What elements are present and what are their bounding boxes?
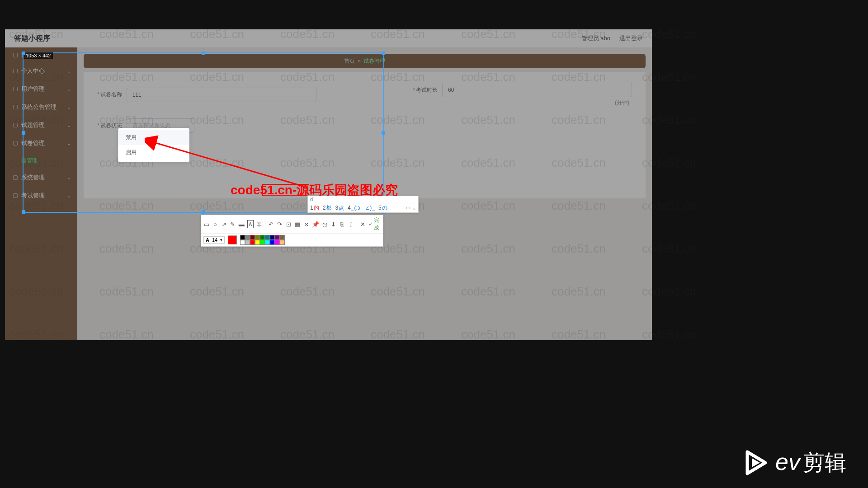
ev-logo: ev 剪辑 <box>744 448 846 477</box>
tool-redo-icon[interactable]: ↷ <box>277 220 283 228</box>
tool-circle-icon[interactable]: ○ <box>212 220 218 228</box>
sidebar-item-announcement[interactable]: 系统公告管理 ⌄ <box>5 98 77 116</box>
font-size-value: 14 <box>212 237 217 243</box>
font-size-selector[interactable]: A 14 ▾ <box>203 236 225 244</box>
tool-download-icon[interactable]: ⬇ <box>330 220 336 228</box>
color-swatch[interactable] <box>270 235 275 240</box>
color-swatch[interactable] <box>250 235 255 240</box>
ime-candidate-5[interactable]: 5の <box>378 204 387 212</box>
check-icon: ✓ <box>368 221 373 227</box>
toolbar-row-tools: ▭ ○ ↗ ✎ ▬ A ① ↶ ↷ ⊡ ▦ ⤨ 📌 ◷ ⬇ ⎘ ▯ ✕ ✓完成 <box>201 215 383 234</box>
sidebar-item-users[interactable]: 用户管理 ⌄ <box>5 80 77 98</box>
color-swatch[interactable] <box>245 235 250 240</box>
color-swatch[interactable] <box>240 240 245 245</box>
tool-shuffle-icon[interactable]: ⤨ <box>303 220 309 228</box>
sidebar-item-papers[interactable]: 试卷管理 ⌄ <box>5 134 77 152</box>
tool-pin-icon[interactable]: 📌 <box>312 220 319 228</box>
tool-undo-icon[interactable]: ↶ <box>268 220 274 228</box>
sidebar-item-system[interactable]: 系统管理 ⌄ <box>5 169 77 187</box>
tool-number-icon[interactable]: ① <box>256 220 262 228</box>
ime-candidate-4[interactable]: 4_(:з」∠)_ <box>348 204 375 212</box>
tool-cancel-icon[interactable]: ✕ <box>360 220 366 228</box>
tool-pen-icon[interactable]: ✎ <box>230 220 236 228</box>
ime-candidate-1[interactable]: 1的 <box>310 204 319 212</box>
admin-label[interactable]: 管理员 abo <box>581 34 610 42</box>
ime-next-icon: › <box>409 206 410 211</box>
separator <box>265 221 265 228</box>
sidebar-item-questions[interactable]: 试题管理 ⌄ <box>5 116 77 134</box>
menu-icon <box>13 141 18 145</box>
chevron-down-icon: ⌄ <box>67 122 71 128</box>
menu-icon <box>13 123 18 127</box>
chevron-down-icon: ⌄ <box>186 123 189 128</box>
color-swatch[interactable] <box>260 240 265 245</box>
chevron-down-icon: ⌄ <box>67 193 71 199</box>
current-color-swatch <box>228 235 237 244</box>
menu-icon <box>13 69 18 73</box>
toolbar-row-style: A 14 ▾ <box>201 234 383 246</box>
logout-link[interactable]: 退出登录 <box>619 34 643 42</box>
color-swatch[interactable] <box>280 235 285 240</box>
sidebar-item-label: 个人中心 <box>21 67 67 75</box>
tool-arrow-icon[interactable]: ↗ <box>221 220 227 228</box>
menu-icon <box>13 53 18 57</box>
color-swatch[interactable] <box>240 235 245 240</box>
sidebar-item-home[interactable]: 首页 <box>5 48 77 62</box>
ime-candidate-bar: d 1的 2都 3点 4_(:з」∠)_ 5の ‹›⌄ <box>307 196 419 213</box>
color-swatch[interactable] <box>260 235 265 240</box>
breadcrumb-current: 试卷管理 <box>363 57 385 65</box>
tool-mosaic-icon[interactable]: ▦ <box>294 220 300 228</box>
color-swatch[interactable] <box>275 240 280 245</box>
ev-brand-text: ev 剪辑 <box>775 448 846 477</box>
color-swatch[interactable] <box>270 240 275 245</box>
color-swatch[interactable] <box>265 240 270 245</box>
ime-candidates: 1的 2都 3点 4_(:з」∠)_ 5の ‹›⌄ <box>308 203 418 213</box>
breadcrumb: 首页 » 试卷管理 <box>84 54 646 68</box>
tool-done-button[interactable]: ✓完成 <box>368 216 381 232</box>
menu-icon <box>13 105 18 109</box>
sidebar-item-label: 用户管理 <box>21 85 67 93</box>
color-swatch[interactable] <box>255 240 260 245</box>
chevron-down-icon: ⌄ <box>67 175 71 181</box>
tool-rect-icon[interactable]: ▭ <box>203 220 209 228</box>
sidebar-item-profile[interactable]: 个人中心 ⌄ <box>5 62 77 80</box>
input-paper-name[interactable] <box>127 88 316 102</box>
menu-icon <box>13 175 18 180</box>
annotation-toolbar: ▭ ○ ↗ ✎ ▬ A ① ↶ ↷ ⊡ ▦ ⤨ 📌 ◷ ⬇ ⎘ ▯ ✕ ✓完成 … <box>201 215 383 247</box>
breadcrumb-home[interactable]: 首页 <box>344 57 355 65</box>
color-palette <box>240 235 285 245</box>
color-swatch[interactable] <box>280 240 285 245</box>
status-dropdown: 禁用 启用 <box>118 128 189 162</box>
ime-candidate-2[interactable]: 2都 <box>323 204 332 212</box>
ime-nav[interactable]: ‹›⌄ <box>406 206 416 211</box>
dropdown-option-disable[interactable]: 禁用 <box>118 130 189 145</box>
chevron-down-icon: ⌄ <box>67 68 71 74</box>
color-swatch[interactable] <box>255 235 260 240</box>
ime-input: d <box>308 196 418 203</box>
menu-icon <box>13 193 18 198</box>
tool-marker-icon[interactable]: ▬ <box>239 220 245 228</box>
font-label: A <box>206 237 209 243</box>
dropdown-option-enable[interactable]: 启用 <box>118 145 189 160</box>
color-swatch[interactable] <box>275 235 280 240</box>
color-swatch[interactable] <box>245 240 250 245</box>
separator <box>357 221 357 228</box>
tool-clock-icon[interactable]: ◷ <box>322 220 328 228</box>
field-paper-name: *试卷名称 <box>97 83 316 107</box>
tool-crop-icon[interactable]: ⊡ <box>286 220 292 228</box>
ime-prev-icon: ‹ <box>406 206 407 211</box>
tool-copy-icon[interactable]: ⎘ <box>340 220 345 228</box>
ime-candidate-3[interactable]: 3点 <box>335 204 344 212</box>
tool-text-icon[interactable]: A <box>247 220 254 228</box>
form-card: *试卷名称 *考试时长 (分钟) *试卷状态 <box>84 72 646 198</box>
color-swatch[interactable] <box>250 240 255 245</box>
chevron-down-icon: ⌄ <box>67 141 71 146</box>
sidebar-item-exam[interactable]: 考试管理 ⌄ <box>5 187 77 205</box>
color-swatch[interactable] <box>265 235 270 240</box>
breadcrumb-sep: » <box>358 58 361 64</box>
chevron-down-icon: ⌄ <box>67 104 71 110</box>
sidebar-sub-active[interactable]: 题管理 <box>5 152 77 169</box>
input-duration[interactable] <box>442 83 632 97</box>
tool-save-icon[interactable]: ▯ <box>348 220 354 228</box>
sidebar-item-label: 试题管理 <box>21 121 67 129</box>
